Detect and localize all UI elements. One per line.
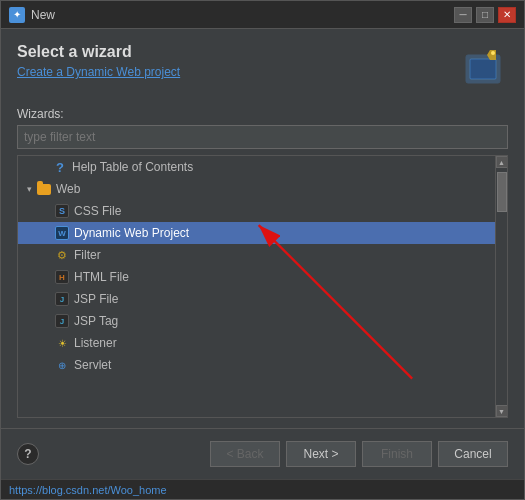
- scroll-down-button[interactable]: ▼: [496, 405, 508, 417]
- back-button[interactable]: < Back: [210, 441, 280, 467]
- window: ✦ New ─ □ ✕ Select a wizard Create a Dyn…: [0, 0, 525, 500]
- scroll-up-button[interactable]: ▲: [496, 156, 508, 168]
- expand-arrow: ▾: [22, 184, 36, 194]
- cancel-button[interactable]: Cancel: [438, 441, 508, 467]
- filter-input[interactable]: [17, 125, 508, 149]
- status-url: https://blog.csdn.net/Woo_home: [9, 484, 167, 496]
- header-text: Select a wizard Create a Dynamic Web pro…: [17, 43, 458, 79]
- dynamic-web-icon: W: [54, 225, 70, 241]
- header-title: Select a wizard: [17, 43, 458, 61]
- tree-item-label: Dynamic Web Project: [74, 226, 491, 240]
- help-button[interactable]: ?: [17, 443, 39, 465]
- svg-point-3: [491, 51, 495, 55]
- wizard-graphic: [458, 43, 508, 93]
- close-button[interactable]: ✕: [498, 7, 516, 23]
- header-section: Select a wizard Create a Dynamic Web pro…: [17, 43, 508, 93]
- dialog-content: Select a wizard Create a Dynamic Web pro…: [1, 29, 524, 418]
- jsp-icon: J: [54, 291, 70, 307]
- listener-icon: ☀: [54, 335, 70, 351]
- list-item[interactable]: ☀ Listener: [18, 332, 495, 354]
- wizards-label: Wizards:: [17, 107, 508, 121]
- tree-item-label: Help Table of Contents: [72, 160, 491, 174]
- tree-item-label: CSS File: [74, 204, 491, 218]
- list-item[interactable]: ▾ Web: [18, 178, 495, 200]
- css-icon: S: [54, 203, 70, 219]
- maximize-button[interactable]: □: [476, 7, 494, 23]
- status-bar: https://blog.csdn.net/Woo_home: [1, 479, 524, 499]
- title-controls: ─ □ ✕: [454, 7, 516, 23]
- tree-list[interactable]: ? Help Table of Contents ▾ Web S: [18, 156, 495, 417]
- filter-icon: ⚙: [54, 247, 70, 263]
- tree-item-label: Servlet: [74, 358, 491, 372]
- header-subtitle[interactable]: Create a Dynamic Web project: [17, 65, 458, 79]
- tree-item-label: Listener: [74, 336, 491, 350]
- minimize-button[interactable]: ─: [454, 7, 472, 23]
- tree-item-label: JSP Tag: [74, 314, 491, 328]
- jsptag-icon: J: [54, 313, 70, 329]
- tree-item-label: Web: [56, 182, 491, 196]
- list-item[interactable]: J JSP Tag: [18, 310, 495, 332]
- title-bar: ✦ New ─ □ ✕: [1, 1, 524, 29]
- list-item[interactable]: ? Help Table of Contents: [18, 156, 495, 178]
- help-icon: ?: [52, 159, 68, 175]
- tree-container: ? Help Table of Contents ▾ Web S: [17, 155, 508, 418]
- finish-button[interactable]: Finish: [362, 441, 432, 467]
- list-item[interactable]: J JSP File: [18, 288, 495, 310]
- list-item[interactable]: W Dynamic Web Project: [18, 222, 495, 244]
- window-icon: ✦: [9, 7, 25, 23]
- list-item[interactable]: ⊕ Servlet: [18, 354, 495, 376]
- tree-item-label: Filter: [74, 248, 491, 262]
- svg-rect-1: [470, 59, 496, 79]
- list-item[interactable]: H HTML File: [18, 266, 495, 288]
- list-item[interactable]: ⚙ Filter: [18, 244, 495, 266]
- next-button[interactable]: Next >: [286, 441, 356, 467]
- dialog-buttons: ? < Back Next > Finish Cancel: [1, 428, 524, 479]
- list-item[interactable]: S CSS File: [18, 200, 495, 222]
- html-icon: H: [54, 269, 70, 285]
- folder-icon: [36, 181, 52, 197]
- scrollbar[interactable]: ▲ ▼: [495, 156, 507, 417]
- servlet-icon: ⊕: [54, 357, 70, 373]
- scroll-thumb-area: [496, 168, 507, 405]
- scroll-thumb[interactable]: [497, 172, 507, 212]
- window-title: New: [31, 8, 454, 22]
- tree-item-label: HTML File: [74, 270, 491, 284]
- tree-item-label: JSP File: [74, 292, 491, 306]
